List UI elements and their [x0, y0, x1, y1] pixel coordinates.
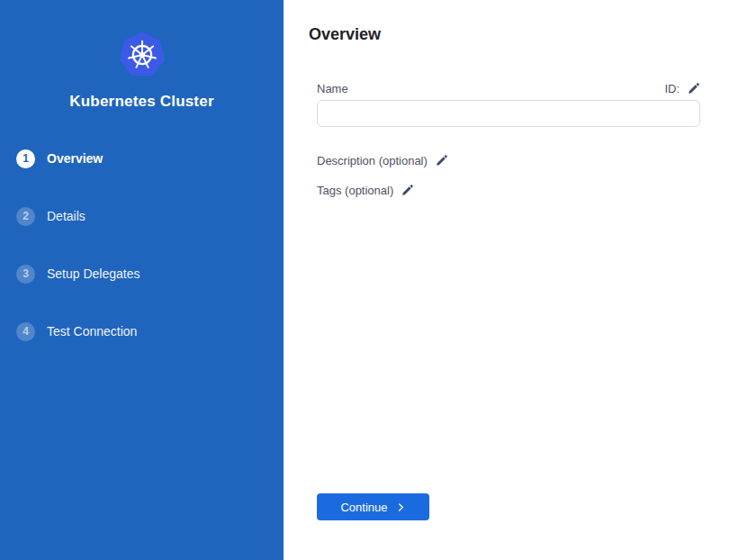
step-test-connection[interactable]: 4 Test Connection	[16, 321, 284, 341]
overview-form: Name ID: Description (optional) Tags (op…	[317, 81, 700, 197]
chevron-right-icon	[396, 502, 406, 512]
name-label: Name	[317, 82, 348, 95]
overview-panel: Overview Name ID: Description (optional)	[284, 0, 730, 560]
step-number-badge: 2	[16, 207, 35, 226]
step-number-badge: 4	[16, 322, 35, 341]
wizard-sidebar: Kubernetes Cluster 1 Overview 2 Details …	[0, 0, 284, 560]
kubernetes-wheel-icon	[119, 32, 166, 77]
id-group: ID:	[664, 82, 700, 95]
wizard-steps: 1 Overview 2 Details 3 Setup Delegates 4…	[0, 149, 284, 341]
wizard-title: Kubernetes Cluster	[0, 93, 284, 111]
step-number-badge: 1	[16, 149, 35, 168]
name-label-row: Name ID:	[317, 81, 700, 95]
tags-label: Tags (optional)	[317, 184, 393, 197]
description-label: Description (optional)	[317, 154, 428, 167]
step-label: Test Connection	[47, 324, 137, 339]
continue-button-label: Continue	[340, 501, 387, 514]
edit-description-pencil-icon[interactable]	[436, 154, 448, 167]
panel-heading: Overview	[309, 25, 730, 44]
edit-id-pencil-icon[interactable]	[688, 82, 700, 95]
id-label: ID:	[664, 82, 680, 95]
tags-row: Tags (optional)	[317, 183, 700, 197]
step-label: Overview	[47, 151, 103, 166]
step-number-badge: 3	[16, 265, 35, 284]
connector-wizard: Kubernetes Cluster 1 Overview 2 Details …	[0, 0, 730, 560]
step-setup-delegates[interactable]: 3 Setup Delegates	[16, 264, 284, 284]
step-label: Setup Delegates	[47, 266, 140, 281]
step-overview[interactable]: 1 Overview	[16, 149, 284, 168]
kubernetes-logo	[119, 32, 166, 77]
step-label: Details	[47, 209, 86, 223]
edit-tags-pencil-icon[interactable]	[401, 184, 414, 196]
continue-button[interactable]: Continue	[317, 493, 429, 520]
step-details[interactable]: 2 Details	[16, 206, 284, 226]
description-row: Description (optional)	[317, 153, 700, 167]
name-input[interactable]	[317, 100, 700, 127]
